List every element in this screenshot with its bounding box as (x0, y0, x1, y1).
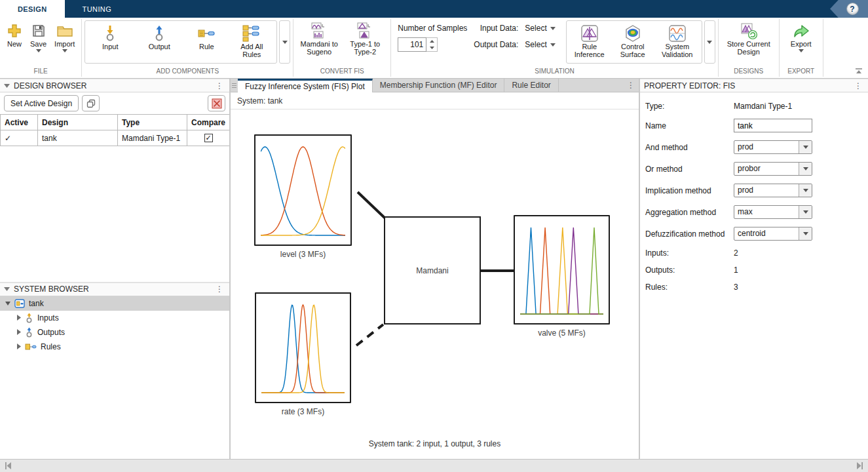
save-label: Save (30, 40, 47, 48)
rules-icon (25, 343, 37, 351)
doc-tab-fuzzy-inference-system-fis-plot[interactable]: Fuzzy Inference System (FIS) Plot (238, 79, 373, 92)
tabstrip-grip[interactable] (231, 79, 238, 92)
type1-to-type2-label: Type-1 to Type-2 (346, 40, 384, 56)
table-header-active[interactable]: Active (1, 115, 38, 130)
spinner-up-button[interactable] (426, 38, 437, 45)
tree-item-tank[interactable]: tank (0, 296, 229, 311)
delete-design-button[interactable] (208, 95, 225, 111)
tree-item-outputs[interactable]: Outputs (0, 325, 229, 340)
export-caret-icon[interactable] (799, 49, 804, 52)
valve-mf-plot[interactable] (514, 215, 610, 324)
design-browser-collapse-icon[interactable] (4, 84, 10, 88)
outputs-icon (25, 327, 33, 338)
fis-input-node-level[interactable]: level (3 MFs) (254, 134, 352, 259)
property-editor-menu-button[interactable]: ⋮ (852, 83, 864, 89)
input-data-select[interactable]: Select (525, 24, 555, 33)
stat-label: Inputs: (645, 248, 734, 258)
design-browser-title: DESIGN BROWSER (14, 81, 210, 90)
import-button[interactable]: Import (50, 20, 79, 52)
save-caret-icon[interactable] (36, 49, 41, 52)
add-all-rules-button[interactable]: Add All Rules (228, 22, 275, 58)
help-button[interactable]: ? (846, 3, 859, 15)
collapse-right-panel-icon[interactable] (856, 462, 863, 469)
property-label: And method (645, 143, 734, 152)
fis-input-node-rate[interactable]: rate (3 MFs) (255, 292, 351, 416)
property-row-type: Type: Mamdani Type-1 (645, 98, 863, 115)
rule-inference-icon (581, 24, 598, 43)
dropdown-value: prod (734, 141, 799, 153)
level-mf-plot[interactable] (254, 134, 352, 246)
spinner-down-button[interactable] (426, 45, 437, 51)
collapse-left-panel-icon[interactable] (5, 462, 12, 469)
caret-down-icon (803, 210, 808, 214)
number-of-samples-field[interactable]: 101 (398, 37, 426, 52)
expander-collapsed-icon[interactable] (17, 329, 21, 335)
expander-expanded-icon[interactable] (5, 302, 10, 305)
mamdani-to-sugeno-label: Mamdani to Sugeno (300, 40, 338, 56)
tree-item-inputs[interactable]: Inputs (0, 311, 229, 325)
type1-to-type2-button[interactable]: Type-1 to Type-2 (342, 20, 388, 56)
dropdown-caret-button[interactable] (799, 184, 812, 197)
import-label: Import (54, 40, 75, 48)
save-button[interactable]: Save (26, 20, 50, 52)
mamdani-to-sugeno-button[interactable]: Mamdani to Sugeno (296, 20, 342, 56)
new-button[interactable]: New (3, 20, 26, 48)
bottom-status-bar (0, 459, 868, 472)
store-current-design-button[interactable]: Store Current Design (721, 20, 776, 56)
add-components-gallery-dropdown[interactable] (279, 20, 290, 64)
rule-inference-button[interactable]: Rule Inference (568, 22, 611, 58)
document-tabs-menu-button[interactable]: ⋮ (625, 79, 639, 92)
aggregation-method-dropdown[interactable]: max (734, 205, 812, 219)
name-field[interactable] (734, 119, 812, 132)
implication-method-dropdown[interactable]: prod (734, 184, 812, 197)
fis-output-node-valve[interactable]: valve (5 MFs) (514, 215, 610, 338)
export-button[interactable]: Export (782, 20, 820, 52)
dropdown-caret-button[interactable] (799, 163, 812, 175)
dropdown-caret-button[interactable] (799, 206, 812, 218)
doc-tab-rule-editor[interactable]: Rule Editor (504, 79, 558, 92)
help-banner: ? (830, 0, 868, 18)
rate-mf-plot[interactable] (255, 292, 351, 403)
design-browser-menu-button[interactable]: ⋮ (214, 83, 225, 89)
rule-inference-label: Rule Inference (572, 43, 607, 58)
add-input-button[interactable]: Input (86, 22, 134, 50)
table-header-type[interactable]: Type (118, 115, 187, 130)
expander-collapsed-icon[interactable] (17, 344, 21, 349)
table-header-design[interactable]: Design (38, 115, 118, 130)
doc-tab-membership-function-mf-editor[interactable]: Membership Function (MF) Editor (373, 79, 505, 92)
output-data-select[interactable]: Select (525, 40, 555, 49)
mamdani-block[interactable]: Mamdani (384, 216, 481, 324)
ribbon-tab-design[interactable]: DESIGN (0, 0, 65, 18)
number-of-samples-spinner[interactable]: 101 (398, 37, 438, 52)
add-output-button[interactable]: Output (134, 22, 185, 50)
system-validation-button[interactable]: System Validation (654, 22, 700, 58)
simulation-gallery: Rule Inference Control Surface System Va… (566, 20, 702, 64)
table-row[interactable]: ✓tankMamdani Type-1✓ (1, 130, 230, 146)
table-header-compare[interactable]: Compare (187, 115, 230, 130)
collapse-toolstrip-button[interactable] (855, 67, 863, 76)
system-browser-collapse-icon[interactable] (4, 287, 10, 291)
control-surface-button[interactable]: Control Surface (611, 22, 654, 58)
compare-checkbox[interactable]: ✓ (204, 134, 213, 142)
copy-design-button[interactable] (82, 95, 100, 111)
set-active-design-button[interactable]: Set Active Design (4, 95, 79, 111)
valve-node-label: valve (5 MFs) (514, 328, 610, 338)
system-browser-menu-button[interactable]: ⋮ (214, 286, 225, 292)
tree-item-rules[interactable]: Rules (0, 340, 229, 354)
section-label-add-components: ADD COMPONENTS (85, 68, 290, 77)
dropdown-caret-button[interactable] (799, 227, 812, 240)
fis-icon (14, 299, 25, 308)
dropdown-caret-button[interactable] (799, 141, 812, 153)
simulation-gallery-dropdown[interactable] (704, 20, 715, 64)
output-icon (152, 24, 166, 43)
control-surface-label: Control Surface (615, 43, 651, 58)
add-rule-button[interactable]: Rule (185, 22, 228, 50)
and-method-dropdown[interactable]: prod (734, 140, 812, 154)
or-method-dropdown[interactable]: probor (734, 162, 812, 176)
ribbon-tab-tuning[interactable]: TUNING (65, 0, 130, 18)
rate-node-label: rate (3 MFs) (255, 407, 351, 416)
defuzzification-method-dropdown[interactable]: centroid (734, 227, 812, 241)
section-label-convert-fis: CONVERT FIS (296, 68, 388, 77)
import-caret-icon[interactable] (62, 49, 67, 52)
expander-collapsed-icon[interactable] (17, 315, 21, 321)
